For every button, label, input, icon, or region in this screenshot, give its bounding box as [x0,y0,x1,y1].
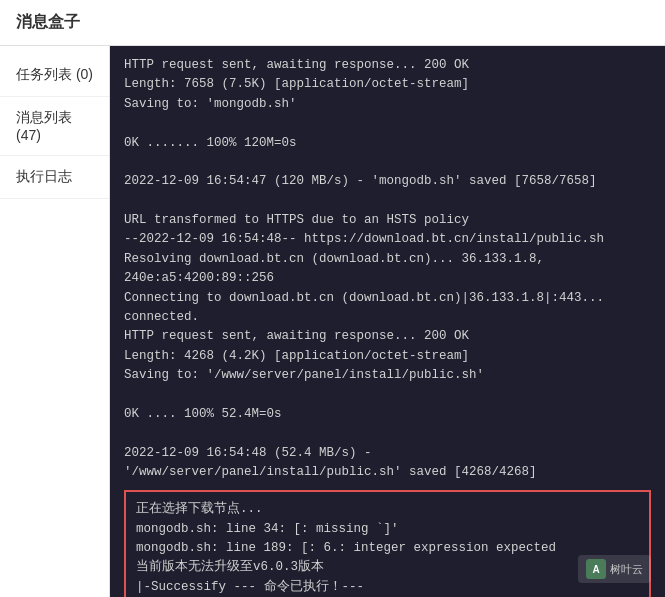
sidebar-item-message-list[interactable]: 消息列表 (47) [0,97,109,156]
terminal-line [124,153,651,172]
terminal-line: Connecting to download.bt.cn (download.b… [124,289,651,328]
sidebar-item-exec-log[interactable]: 执行日志 [0,156,109,199]
terminal-line: Resolving download.bt.cn (download.bt.cn… [124,250,651,289]
terminal-line [124,424,651,443]
terminal-highlighted-section: 正在选择下载节点...mongodb.sh: line 34: [: missi… [124,490,651,597]
terminal-line [124,114,651,133]
terminal-highlighted-line: 正在选择下载节点... [136,500,639,519]
terminal-normal-section: HTTP request sent, awaiting response... … [124,56,651,482]
watermark-logo: A [586,559,606,579]
terminal-line: --2022-12-09 16:54:48-- https://download… [124,230,651,249]
terminal-line: 2022-12-09 16:54:47 (120 MB/s) - 'mongod… [124,172,651,191]
sidebar: 任务列表 (0) 消息列表 (47) 执行日志 [0,46,110,597]
terminal-highlighted-line: 当前版本无法升级至v6.0.3版本 [136,558,639,577]
terminal-line [124,192,651,211]
terminal-line: Length: 7658 (7.5K) [application/octet-s… [124,75,651,94]
app-header: 消息盒子 [0,0,665,46]
sidebar-item-task-list[interactable]: 任务列表 (0) [0,54,109,97]
terminal-line: 2022-12-09 16:54:48 (52.4 MB/s) - '/www/… [124,444,651,483]
main-layout: 任务列表 (0) 消息列表 (47) 执行日志 HTTP request sen… [0,46,665,597]
terminal-line: URL transformed to HTTPS due to an HSTS … [124,211,651,230]
terminal-highlighted-line: mongodb.sh: line 189: [: 6.: integer exp… [136,539,639,558]
terminal-line: HTTP request sent, awaiting response... … [124,56,651,75]
terminal-highlighted-line: |-Successify --- 命令已执行！--- [136,578,639,597]
terminal-line: 0K .... 100% 52.4M=0s [124,405,651,424]
watermark: A 树叶云 [578,555,651,583]
terminal-line: 0K ....... 100% 120M=0s [124,134,651,153]
terminal-line [124,385,651,404]
terminal-line: Length: 4268 (4.2K) [application/octet-s… [124,347,651,366]
terminal-line: HTTP request sent, awaiting response... … [124,327,651,346]
content-area: HTTP request sent, awaiting response... … [110,46,665,597]
app-title: 消息盒子 [16,13,80,30]
terminal-line: Saving to: 'mongodb.sh' [124,95,651,114]
terminal-output[interactable]: HTTP request sent, awaiting response... … [110,46,665,597]
terminal-highlighted-line: mongodb.sh: line 34: [: missing `]' [136,520,639,539]
watermark-label: 树叶云 [610,562,643,577]
terminal-line: Saving to: '/www/server/panel/install/pu… [124,366,651,385]
